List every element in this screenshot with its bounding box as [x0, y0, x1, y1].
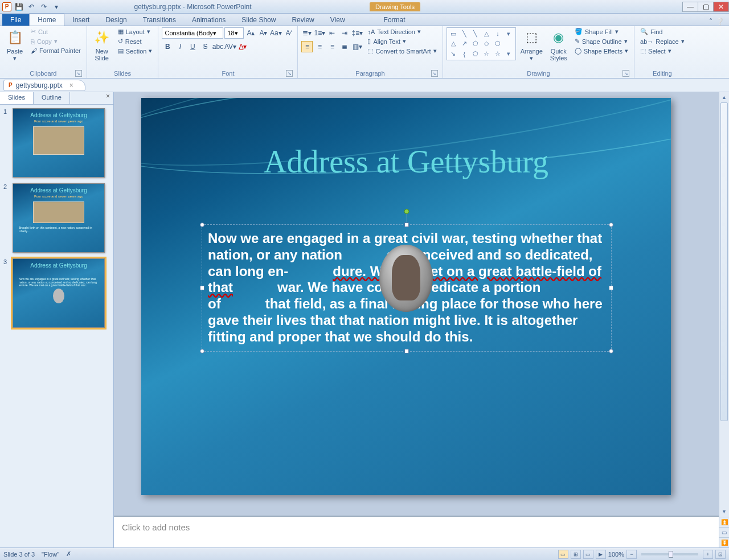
minimize-ribbon-icon[interactable]: ˄ [709, 18, 712, 26]
slide-nav-icon[interactable]: ▭ [719, 527, 729, 537]
undo-button[interactable]: ↶ [26, 2, 36, 12]
clipboard-launcher[interactable]: ↘ [75, 70, 82, 77]
resize-handle-e[interactable] [609, 286, 613, 290]
align-left-button[interactable]: ≡ [301, 41, 313, 52]
change-case-button[interactable]: Aa▾ [270, 27, 281, 39]
close-panel-icon[interactable]: × [103, 92, 113, 104]
tab-slideshow[interactable]: Slide Show [234, 14, 284, 26]
replace-button[interactable]: ab→ Replace ▾ [638, 37, 687, 46]
layout-button[interactable]: ▦ Layout ▾ [116, 27, 155, 36]
quick-styles-button[interactable]: ◉Quick Styles [547, 27, 570, 63]
resize-handle-n[interactable] [404, 223, 409, 227]
resize-handle-s[interactable] [404, 349, 409, 353]
prev-slide-icon[interactable]: ⏫ [719, 517, 729, 527]
line-spacing-button[interactable]: ‡≡▾ [351, 27, 363, 39]
paragraph-launcher[interactable]: ↘ [431, 70, 438, 77]
bullets-button[interactable]: ≣▾ [301, 27, 313, 39]
reading-view-button[interactable]: ▭ [583, 550, 593, 559]
italic-button[interactable]: I [174, 41, 186, 52]
document-tab[interactable]: P gettysburg.pptx × [3, 80, 85, 91]
portrait-image[interactable] [379, 245, 433, 312]
slide-thumbnail-2[interactable]: Address at GettysburgFour score and seve… [13, 183, 105, 253]
save-button[interactable]: 💾 [14, 2, 24, 12]
shape-outline-button[interactable]: ✎ Shape Outline ▾ [572, 37, 630, 46]
shape-fill-button[interactable]: 🪣 Shape Fill ▾ [572, 27, 630, 36]
align-text-button[interactable]: ▯ Align Text ▾ [365, 37, 439, 46]
vertical-scrollbar[interactable]: ▲ ▼ ⏫ ▭ ⏬ [719, 92, 729, 547]
slide-thumbnail-1[interactable]: Address at GettysburgFour score and seve… [13, 108, 105, 178]
decrease-indent-button[interactable]: ⇤ [326, 27, 338, 39]
grow-font-button[interactable]: A▴ [245, 27, 256, 39]
shadow-button[interactable]: abc [212, 41, 223, 52]
align-center-button[interactable]: ≡ [314, 41, 325, 52]
justify-button[interactable]: ≣ [339, 41, 350, 52]
shapes-gallery[interactable]: ▭╲╲△↓▾ △↗⬠◇⬡ ↘{⬠☆☆▾ [447, 27, 516, 60]
tab-format[interactable]: Format [376, 14, 413, 26]
tab-review[interactable]: Review [284, 14, 322, 26]
scrollbar-thumb[interactable] [720, 102, 728, 421]
reset-button[interactable]: ↺ Reset [116, 37, 155, 46]
underline-button[interactable]: U [187, 41, 198, 52]
close-button[interactable]: ✕ [713, 2, 729, 12]
redo-button[interactable]: ↷ [39, 2, 49, 12]
spellcheck-icon[interactable]: ✗ [66, 550, 71, 558]
slide-thumbnail-3[interactable]: Address at Gettysburg Now we are engaged… [13, 258, 105, 328]
tab-home[interactable]: Home [29, 14, 64, 26]
slide-canvas[interactable]: Address at Gettysburg Now we are engaged… [114, 92, 719, 516]
normal-view-button[interactable]: ▭ [558, 550, 568, 559]
tab-file[interactable]: File [2, 14, 29, 26]
qat-customize[interactable]: ▾ [51, 2, 62, 12]
scroll-down-icon[interactable]: ▼ [719, 507, 729, 517]
columns-button[interactable]: ▥▾ [351, 41, 363, 52]
tab-design[interactable]: Design [97, 14, 134, 26]
tab-transitions[interactable]: Transitions [135, 14, 184, 26]
rotation-handle[interactable] [404, 209, 409, 214]
numbering-button[interactable]: 1≡▾ [314, 27, 325, 39]
help-icon[interactable]: ❔ [716, 18, 724, 26]
font-color-button[interactable]: A▾ [237, 41, 248, 52]
tab-outline-panel[interactable]: Outline [34, 92, 70, 104]
increase-indent-button[interactable]: ⇥ [339, 27, 350, 39]
maximize-button[interactable]: ▢ [698, 2, 714, 12]
align-right-button[interactable]: ≡ [326, 41, 338, 52]
tab-insert[interactable]: Insert [64, 14, 97, 26]
resize-handle-sw[interactable] [200, 349, 204, 353]
arrange-button[interactable]: ⬚Arrange▾ [518, 27, 545, 63]
text-direction-button[interactable]: ↕A Text Direction ▾ [365, 27, 439, 36]
zoom-slider[interactable] [641, 553, 698, 555]
char-spacing-button[interactable]: AV▾ [224, 41, 236, 52]
paste-button[interactable]: 📋 Paste▾ [3, 27, 26, 63]
scroll-up-icon[interactable]: ▲ [719, 92, 729, 102]
slide[interactable]: Address at Gettysburg Now we are engaged… [141, 98, 671, 495]
strikethrough-button[interactable]: S [199, 41, 211, 52]
smartart-button[interactable]: ⬚ Convert to SmartArt ▾ [365, 47, 439, 55]
close-doc-icon[interactable]: × [69, 81, 73, 89]
resize-handle-se[interactable] [609, 349, 613, 353]
sorter-view-button[interactable]: ⊞ [571, 550, 581, 559]
shrink-font-button[interactable]: A▾ [257, 27, 269, 39]
font-launcher[interactable]: ↘ [286, 70, 293, 77]
font-size-combo[interactable]: 18 ▾ [224, 27, 244, 39]
minimize-button[interactable]: — [682, 2, 698, 12]
fit-window-button[interactable]: ⊡ [715, 550, 726, 559]
tab-view[interactable]: View [322, 14, 353, 26]
clear-formatting-button[interactable]: A⁄ [282, 27, 294, 39]
font-name-combo[interactable]: Constantia (Body ▾ [162, 27, 223, 39]
shape-effects-button[interactable]: ◯ Shape Effects ▾ [572, 47, 630, 55]
bold-button[interactable]: B [162, 41, 173, 52]
zoom-out-button[interactable]: − [626, 550, 637, 559]
slide-title[interactable]: Address at Gettysburg [141, 143, 671, 180]
resize-handle-nw[interactable] [200, 223, 204, 227]
copy-button[interactable]: ⎘ Copy ▾ [28, 37, 83, 46]
new-slide-button[interactable]: ✨ New Slide [91, 27, 113, 63]
zoom-in-button[interactable]: + [703, 550, 713, 559]
next-slide-icon[interactable]: ⏬ [719, 537, 729, 547]
resize-handle-ne[interactable] [609, 223, 613, 227]
format-painter-button[interactable]: 🖌 Format Painter [28, 47, 83, 55]
section-button[interactable]: ▤ Section ▾ [116, 47, 155, 55]
slideshow-view-button[interactable]: ▶ [596, 550, 606, 559]
select-button[interactable]: ⬚ Select ▾ [638, 47, 687, 55]
find-button[interactable]: 🔍 Find [638, 27, 687, 36]
cut-button[interactable]: ✂ Cut [28, 27, 83, 36]
tab-slides-panel[interactable]: Slides [0, 92, 34, 104]
